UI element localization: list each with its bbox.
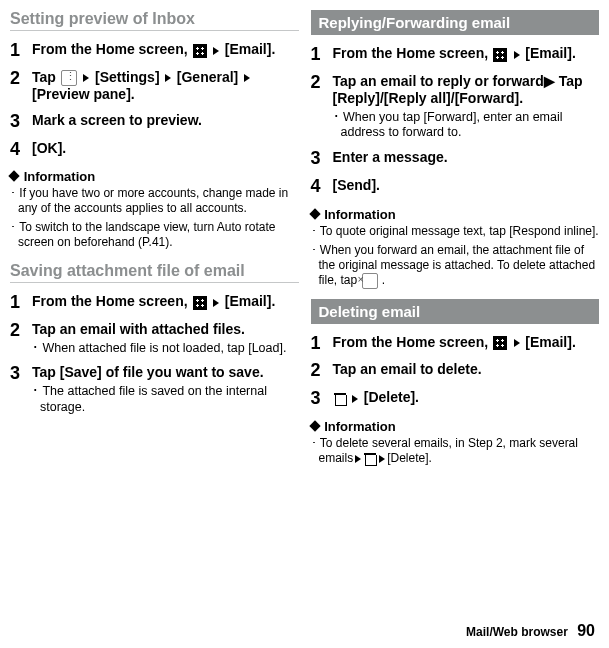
step-subtext: ･ The attached file is saved on the inte… xyxy=(32,384,299,415)
heading-saving-attachment: Saving attachment file of email xyxy=(10,262,299,283)
step-number: 3 xyxy=(10,112,32,132)
step-number: 2 xyxy=(10,321,32,341)
step-number: 4 xyxy=(311,177,333,197)
overflow-menu-icon xyxy=(61,70,77,86)
info-text: To quote original message text, tap [Res… xyxy=(320,224,599,238)
step-text: [Send]. xyxy=(333,177,380,193)
chevron-right-icon xyxy=(244,74,250,82)
step: 1 From the Home screen, [Email]. xyxy=(10,293,299,313)
step-number: 1 xyxy=(311,334,333,354)
trash-icon xyxy=(364,452,376,466)
apps-grid-icon xyxy=(193,44,207,58)
chevron-right-icon xyxy=(213,47,219,55)
step: 3 Tap [Save] of file you want to save. ･… xyxy=(10,364,299,415)
step-number: 2 xyxy=(311,73,333,93)
step-text: From the Home screen, xyxy=(333,334,493,350)
step-text: [Email]. xyxy=(225,41,276,57)
footer-section: Mail/Web browser xyxy=(466,625,568,639)
diamond-icon xyxy=(8,171,19,182)
step-text: From the Home screen, xyxy=(32,293,192,309)
chevron-right-icon xyxy=(514,339,520,347)
step-text: From the Home screen, xyxy=(32,41,192,57)
step: 4 [Send]. xyxy=(311,177,600,197)
step-number: 1 xyxy=(311,45,333,65)
step-number: 3 xyxy=(10,364,32,384)
trash-icon xyxy=(334,392,346,406)
step-text: [Settings] xyxy=(95,69,160,85)
page-columns: Setting preview of Inbox 1 From the Home… xyxy=(0,0,609,648)
step: 1 From the Home screen, [Email]. xyxy=(311,45,600,65)
heading-setting-preview: Setting preview of Inbox xyxy=(10,10,299,31)
chevron-right-icon xyxy=(514,51,520,59)
step: 3 [Delete]. xyxy=(311,389,600,409)
information-label: Information xyxy=(324,207,396,222)
step-subtext-content: When you tap [Forward], enter an email a… xyxy=(341,110,563,140)
information-header: Information xyxy=(10,169,299,184)
step-subtext: ･ When attached file is not loaded, tap … xyxy=(32,341,299,357)
info-item: ･ To quote original message text, tap [R… xyxy=(311,224,600,239)
step-number: 4 xyxy=(10,140,32,160)
step-text: [Email]. xyxy=(525,334,576,350)
chevron-right-icon xyxy=(83,74,89,82)
step-text: From the Home screen, xyxy=(333,45,493,61)
right-column: Replying/Forwarding email 1 From the Hom… xyxy=(311,6,600,608)
diamond-icon xyxy=(309,208,320,219)
footer: Mail/Web browser 90 xyxy=(466,622,595,640)
step-subtext: ･ When you tap [Forward], enter an email… xyxy=(333,110,600,141)
info-text: If you have two or more accounts, change… xyxy=(18,186,288,215)
step-subtext-content: The attached file is saved on the intern… xyxy=(40,384,267,414)
information-header: Information xyxy=(311,207,600,222)
step-text: [Email]. xyxy=(225,293,276,309)
apps-grid-icon xyxy=(493,48,507,62)
step-subtext-content: When attached file is not loaded, tap [L… xyxy=(42,341,286,355)
information-label: Information xyxy=(24,169,96,184)
step-text: [General] xyxy=(177,69,238,85)
step-text: [OK]. xyxy=(32,140,66,156)
step: 2 Tap [Settings] [General] [Preview pane… xyxy=(10,69,299,104)
info-text: To switch to the landscape view, turn Au… xyxy=(18,220,276,249)
heading-deleting: Deleting email xyxy=(311,299,600,324)
step-number: 3 xyxy=(311,389,333,409)
step-text: Mark a screen to preview. xyxy=(32,112,202,128)
step-text: Tap [Save] of file you want to save. xyxy=(32,364,299,382)
info-text: . xyxy=(379,273,386,287)
info-item: ･ To delete several emails, in Step 2, m… xyxy=(311,436,600,466)
info-item: ･ To switch to the landscape view, turn … xyxy=(10,220,299,250)
step: 4 [OK]. xyxy=(10,140,299,160)
chevron-right-icon xyxy=(165,74,171,82)
left-column: Setting preview of Inbox 1 From the Home… xyxy=(10,6,299,608)
step: 2 Tap an email with attached files. ･ Wh… xyxy=(10,321,299,356)
info-text: [Delete]. xyxy=(387,451,432,465)
chevron-right-icon xyxy=(213,299,219,307)
chevron-right-icon xyxy=(352,395,358,403)
information-label: Information xyxy=(324,419,396,434)
step: 1 From the Home screen, [Email]. xyxy=(10,41,299,61)
delete-attachment-icon xyxy=(362,273,378,289)
step-text: Tap an email to delete. xyxy=(333,361,482,377)
step-text: [Email]. xyxy=(525,45,576,61)
step: 2 Tap an email to reply or forward▶ Tap … xyxy=(311,73,600,141)
info-item: ･ If you have two or more accounts, chan… xyxy=(10,186,299,216)
step: 3 Mark a screen to preview. xyxy=(10,112,299,132)
apps-grid-icon xyxy=(193,296,207,310)
step-text: Enter a message. xyxy=(333,149,448,165)
page-number: 90 xyxy=(577,622,595,639)
information-header: Information xyxy=(311,419,600,434)
step-number: 2 xyxy=(311,361,333,381)
step-text: [Delete]. xyxy=(364,389,419,405)
step: 1 From the Home screen, [Email]. xyxy=(311,334,600,354)
chevron-right-icon xyxy=(355,455,361,463)
step: 3 Enter a message. xyxy=(311,149,600,169)
step-text: [Preview pane]. xyxy=(32,86,135,102)
step-number: 1 xyxy=(10,293,32,313)
heading-replying: Replying/Forwarding email xyxy=(311,10,600,35)
step-number: 2 xyxy=(10,69,32,89)
step: 2 Tap an email to delete. xyxy=(311,361,600,381)
info-item: ･ When you forward an email, the attachm… xyxy=(311,243,600,289)
chevron-right-icon xyxy=(379,455,385,463)
apps-grid-icon xyxy=(493,336,507,350)
step-number: 3 xyxy=(311,149,333,169)
step-text: Tap an email to reply or forward▶ Tap [R… xyxy=(333,73,600,108)
diamond-icon xyxy=(309,420,320,431)
step-number: 1 xyxy=(10,41,32,61)
